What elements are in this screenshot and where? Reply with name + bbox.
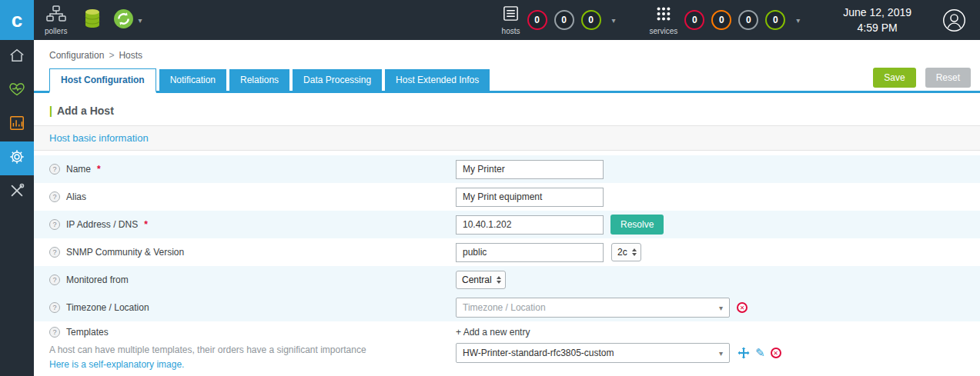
title-bar-accent: |: [49, 105, 52, 117]
timezone-placeholder: Timezone / Location: [463, 302, 719, 313]
tab-actions: Save Reset: [873, 68, 971, 91]
help-icon[interactable]: ?: [49, 275, 60, 285]
section-header-host-basic-information: Host basic information: [34, 125, 980, 151]
ip-input[interactable]: [456, 215, 604, 235]
templates-help-text: A host can have multiple templates, thei…: [49, 344, 366, 355]
centreon-logo[interactable]: c: [0, 0, 34, 40]
save-button[interactable]: Save: [873, 68, 915, 88]
form-row-ip: ? IP Address / DNS * Resolve: [34, 211, 980, 238]
sidebar: [0, 40, 34, 376]
form-row-templates: ? Templates A host can have multiple tem…: [34, 321, 980, 376]
tab-relations[interactable]: Relations: [229, 69, 289, 91]
hosts-label: hosts: [502, 27, 520, 35]
template-selected-value: HW-Printer-standard-rfc3805-custom: [463, 348, 719, 358]
template-delete-icon[interactable]: ✕: [771, 348, 781, 358]
hosts-badge-down[interactable]: 0: [527, 10, 547, 30]
form-row-snmp: ? SNMP Community & Version 2c: [34, 238, 980, 266]
chevron-down-icon: ▾: [719, 349, 723, 358]
hosts-menu-item[interactable]: hosts: [502, 5, 520, 35]
tab-bar: Host Configuration Notification Relation…: [34, 68, 980, 93]
help-icon[interactable]: ?: [49, 219, 60, 230]
help-icon[interactable]: ?: [49, 327, 60, 338]
alias-label: Alias: [66, 191, 86, 202]
resolve-button[interactable]: Resolve: [610, 215, 664, 235]
database-status-icon[interactable]: [84, 8, 101, 32]
services-menu-item[interactable]: services: [650, 5, 678, 35]
form: ? Name * ? Alias ? IP Address / DNS *: [34, 155, 980, 376]
template-move-icon[interactable]: [738, 347, 750, 359]
help-icon[interactable]: ?: [49, 164, 60, 175]
alias-input[interactable]: [456, 188, 604, 207]
services-icon: [655, 5, 672, 25]
heartbeat-icon: [8, 81, 25, 101]
required-mark: *: [144, 219, 148, 230]
breadcrumb: Configuration > Hosts: [34, 40, 980, 68]
tab-notification[interactable]: Notification: [159, 69, 226, 91]
clock-time: 4:59 PM: [843, 20, 911, 35]
timezone-label: Timezone / Location: [66, 302, 149, 313]
services-badge-unknown[interactable]: 0: [738, 10, 758, 30]
clock-date: June 12, 2019: [843, 5, 911, 20]
monitored-from-select[interactable]: Central: [456, 271, 506, 289]
help-icon[interactable]: ?: [49, 247, 60, 258]
select-arrows-icon: [632, 248, 637, 256]
template-edit-icon[interactable]: ✎: [755, 346, 765, 360]
add-template-entry-link[interactable]: + Add a new entry: [456, 327, 530, 338]
tools-icon: [8, 182, 25, 202]
sidebar-item-home[interactable]: [0, 40, 34, 74]
sidebar-item-reporting[interactable]: [0, 108, 34, 141]
user-menu-icon[interactable]: [942, 8, 966, 32]
main-content: Configuration > Hosts Host Configuration…: [34, 40, 980, 376]
chevron-down-icon[interactable]: ▾: [612, 16, 616, 25]
chevron-down-icon: ▾: [719, 304, 723, 312]
pollers-icon: [46, 5, 66, 25]
timezone-select[interactable]: Timezone / Location ▾: [456, 298, 730, 318]
pollers-menu[interactable]: pollers: [45, 5, 67, 35]
pollers-label: pollers: [45, 27, 67, 35]
snmp-label: SNMP Community & Version: [66, 247, 184, 258]
snmp-community-input[interactable]: [456, 243, 604, 262]
breadcrumb-configuration[interactable]: Configuration: [49, 50, 104, 61]
snmp-version-value: 2c: [617, 247, 627, 258]
required-mark: *: [97, 164, 101, 175]
breadcrumb-separator: >: [109, 50, 114, 61]
help-icon[interactable]: ?: [49, 302, 60, 313]
breadcrumb-hosts[interactable]: Hosts: [119, 50, 142, 61]
monitored-from-value: Central: [462, 275, 492, 285]
templates-help-link[interactable]: Here is a self-explanatory image.: [49, 359, 184, 370]
hosts-badge-unreachable[interactable]: 0: [554, 10, 574, 30]
gear-icon: [8, 148, 25, 168]
templates-label: Templates: [66, 327, 109, 338]
tab-host-extended-infos[interactable]: Host Extended Infos: [385, 69, 490, 91]
services-label: services: [650, 27, 678, 35]
poller-sync-status-icon[interactable]: [113, 8, 134, 32]
chevron-down-icon[interactable]: ▾: [796, 16, 800, 25]
services-badge-critical[interactable]: 0: [684, 10, 704, 30]
monitored-from-label: Monitored from: [66, 275, 129, 285]
chart-icon: [8, 115, 25, 135]
template-select[interactable]: HW-Printer-standard-rfc3805-custom ▾: [456, 343, 730, 363]
services-badge-warning[interactable]: 0: [711, 10, 731, 30]
form-row-monitored-from: ? Monitored from Central: [34, 266, 980, 294]
tab-host-configuration[interactable]: Host Configuration: [49, 68, 156, 93]
sidebar-item-administration[interactable]: [0, 175, 34, 209]
reset-button[interactable]: Reset: [925, 68, 971, 88]
page-title: |Add a Host: [49, 105, 980, 117]
form-row-timezone: ? Timezone / Location Timezone / Locatio…: [34, 294, 980, 321]
help-icon[interactable]: ?: [49, 191, 60, 202]
services-status-menu: services 0 0 0 0 ▾: [650, 5, 801, 35]
form-row-name: ? Name *: [34, 155, 980, 183]
hosts-badge-up[interactable]: 0: [581, 10, 601, 30]
sidebar-item-monitoring[interactable]: [0, 74, 34, 108]
tab-data-processing[interactable]: Data Processing: [293, 69, 382, 91]
topbar: c pollers ▾: [0, 0, 980, 40]
services-badge-ok[interactable]: 0: [765, 10, 785, 30]
name-input[interactable]: [456, 160, 604, 179]
chevron-down-icon[interactable]: ▾: [138, 16, 142, 25]
clock: June 12, 2019 4:59 PM: [843, 5, 911, 36]
form-row-alias: ? Alias: [34, 183, 980, 211]
snmp-version-select[interactable]: 2c: [611, 243, 641, 261]
sidebar-item-configuration[interactable]: [0, 141, 34, 175]
timezone-clear-icon[interactable]: ✕: [737, 302, 748, 313]
ip-label: IP Address / DNS: [66, 219, 138, 230]
